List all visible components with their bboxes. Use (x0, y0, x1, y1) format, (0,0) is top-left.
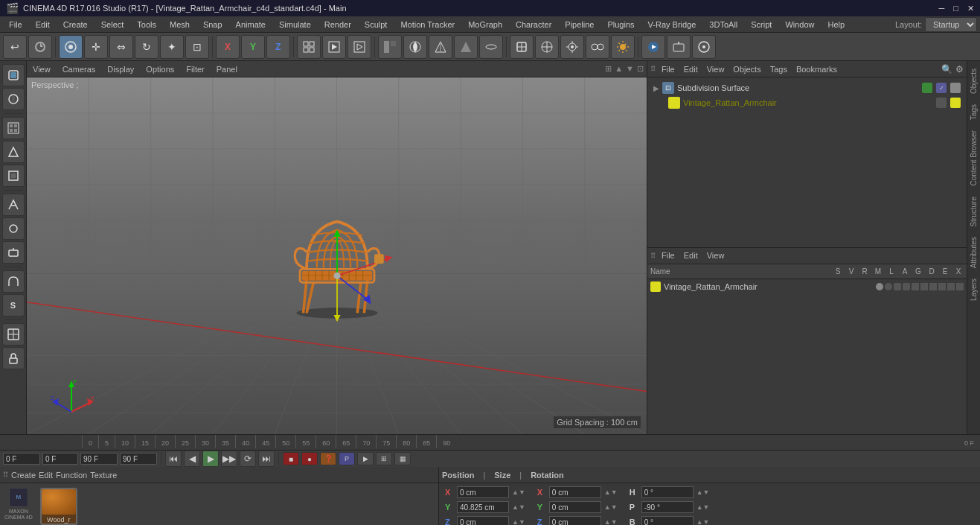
viewport-view-btn[interactable]: View (30, 64, 54, 74)
texture-button[interactable] (454, 35, 478, 59)
chair-3d-object[interactable] (263, 174, 411, 323)
tab-layers[interactable]: Layers (968, 274, 979, 305)
menu-vray[interactable]: V-Ray Bridge (642, 19, 702, 31)
size-z-input[interactable] (549, 516, 601, 525)
tab-tags[interactable]: Tags (968, 100, 979, 124)
rot-h-arrow[interactable]: ▲▼ (696, 489, 710, 496)
menu-tools[interactable]: Tools (131, 19, 162, 31)
menu-sculpt[interactable]: Sculpt (359, 19, 394, 31)
menu-help[interactable]: Help (822, 19, 851, 31)
armchair-tag-2[interactable] (950, 98, 961, 108)
auto-key-button[interactable]: ❓ (320, 452, 336, 465)
obj-menu-objects[interactable]: Objects (730, 64, 763, 74)
left-tool-11[interactable] (2, 323, 25, 346)
move-tool-button[interactable]: ✛ (84, 35, 108, 59)
viewport-render-button[interactable] (641, 35, 665, 59)
menu-plugins[interactable]: Plugins (601, 19, 640, 31)
viewport-icon-2[interactable]: ▲ (615, 64, 623, 74)
mat-menu-view[interactable]: View (704, 250, 728, 261)
menu-window[interactable]: Window (779, 19, 820, 31)
pos-x-arrow[interactable]: ▲▼ (512, 489, 525, 496)
axis-y-button[interactable]: Y (241, 35, 265, 59)
mat-menu-create[interactable]: Create (11, 471, 36, 480)
hardware-render-button[interactable] (667, 35, 691, 59)
go-to-end-button[interactable]: ⏭ (258, 451, 275, 467)
flag-s[interactable] (876, 283, 883, 290)
menu-file[interactable]: File (3, 19, 28, 31)
shading-button[interactable] (429, 35, 452, 59)
menu-render[interactable]: Render (318, 19, 357, 31)
flag-g[interactable] (929, 283, 937, 290)
left-tool-lock[interactable] (2, 347, 25, 369)
menu-edit[interactable]: Edit (30, 19, 56, 31)
display-mode-button[interactable] (403, 35, 427, 59)
left-tool-3[interactable] (2, 117, 25, 139)
tab-attributes[interactable]: Attributes (968, 232, 979, 273)
mat-menu-function[interactable]: Function (56, 471, 87, 480)
subdiv-tag-2[interactable]: ✓ (936, 83, 947, 93)
transform-button[interactable]: ⊡ (185, 35, 209, 59)
subdiv-tag-3[interactable] (950, 83, 961, 93)
axis-x-button[interactable]: X (216, 35, 240, 59)
viewport-3d[interactable]: Perspective ; Y X Z Grid Spacing : 100 c… (27, 77, 647, 434)
flag-e[interactable] (947, 283, 955, 290)
material-item-wood[interactable]: Wood_r (40, 488, 77, 525)
size-z-arrow[interactable]: ▲▼ (604, 518, 618, 525)
left-tool-4[interactable] (2, 141, 25, 163)
motion-clip-button[interactable]: P (339, 452, 355, 465)
flag-m[interactable] (903, 283, 910, 290)
obj-menu-file[interactable]: File (659, 64, 678, 74)
frame-current-input[interactable] (3, 453, 40, 465)
rotate-tool-button[interactable]: ↻ (135, 35, 158, 59)
pos-y-arrow[interactable]: ▲▼ (512, 503, 525, 511)
object-mode-button[interactable] (510, 35, 534, 59)
viewport-icon-4[interactable]: ⊡ (637, 64, 644, 74)
menu-character[interactable]: Character (510, 19, 557, 31)
titlebar-window-controls[interactable]: ─ □ ✕ (939, 4, 974, 13)
mat-menu-file[interactable]: File (659, 250, 678, 261)
left-tool-9[interactable] (2, 270, 25, 293)
flag-a[interactable] (920, 283, 928, 290)
open-timeline-button[interactable]: ▦ (394, 452, 411, 465)
viewport-icon-3[interactable]: ▼ (626, 64, 634, 74)
flag-v[interactable] (885, 283, 892, 290)
tab-content-browser[interactable]: Content Browser (968, 126, 979, 190)
interactive-render-button[interactable] (692, 35, 716, 59)
tab-objects[interactable]: Objects (968, 64, 979, 98)
obj-menu-view[interactable]: View (704, 64, 728, 74)
obj-expand-icon[interactable]: ▶ (653, 84, 659, 92)
hair-button[interactable] (560, 35, 584, 59)
morph-button[interactable] (586, 35, 609, 59)
layout-select[interactable]: Startup (925, 17, 977, 32)
obj-settings-icon[interactable]: ⚙ (955, 64, 964, 74)
floor-button[interactable] (479, 35, 503, 59)
size-x-arrow[interactable]: ▲▼ (604, 489, 618, 496)
menu-script[interactable]: Script (745, 19, 778, 31)
rot-p-arrow[interactable]: ▲▼ (696, 503, 710, 511)
left-tool-10[interactable]: S (2, 294, 25, 316)
menu-mograph[interactable]: MoGraph (462, 19, 508, 31)
menu-pipeline[interactable]: Pipeline (559, 19, 600, 31)
obj-menu-edit[interactable]: Edit (681, 64, 701, 74)
maximize-button[interactable]: □ (953, 4, 958, 13)
viewport-layout-button[interactable] (378, 35, 402, 59)
obj-table-row[interactable]: Vintage_Rattan_Armchair (647, 279, 967, 294)
left-tool-1[interactable] (2, 64, 25, 86)
timeline-grid-button[interactable]: ⊞ (376, 452, 392, 465)
mat-menu-texture[interactable]: Texture (90, 471, 117, 480)
rot-b-arrow[interactable]: ▲▼ (696, 518, 710, 525)
frame-start-input[interactable] (42, 453, 78, 465)
frame-end-input[interactable] (80, 453, 118, 465)
flag-d[interactable] (938, 283, 946, 290)
preview-render-button[interactable]: ▶ (357, 452, 374, 465)
obj-menu-bookmarks[interactable]: Bookmarks (793, 64, 840, 74)
view-menu-button[interactable] (297, 35, 321, 59)
step-forward-button[interactable]: ▶▶ (221, 451, 237, 467)
obj-item-armchair[interactable]: Vintage_Rattan_Armchair (650, 95, 964, 110)
render-settings-button[interactable] (348, 35, 371, 59)
rot-p-input[interactable] (641, 501, 694, 513)
size-y-input[interactable] (549, 501, 601, 513)
flag-r[interactable] (894, 283, 901, 290)
menu-create[interactable]: Create (57, 19, 94, 31)
left-tool-6[interactable] (2, 194, 25, 216)
